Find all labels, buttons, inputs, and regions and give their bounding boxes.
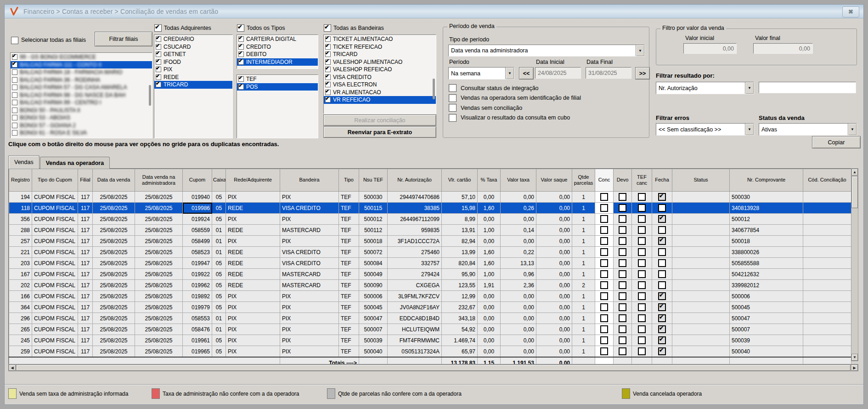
cell-qtde[interactable]: 2 (572, 280, 595, 291)
column-header-caixa[interactable]: Caixa (212, 169, 226, 192)
fecha-checkbox[interactable] (658, 292, 666, 300)
cell-autorizacao[interactable]: FMT4FRMWMC (388, 335, 442, 346)
cell-devo[interactable] (614, 280, 632, 291)
cell-bandeira[interactable]: PIX (280, 214, 339, 225)
fecha-checkbox[interactable] (658, 336, 666, 344)
cell-vlr[interactable]: 13,91 (442, 225, 478, 236)
filtrar-filiais-button[interactable]: Filtrar filiais (95, 32, 152, 46)
cell-cod[interactable] (803, 280, 851, 291)
cell-conc[interactable] (595, 258, 614, 269)
cell-comprovante[interactable]: 500047 (730, 313, 803, 324)
table-row[interactable]: 245CUPOM FISCAL11725/08/202525/08/202501… (9, 335, 851, 346)
cell-taxa[interactable]: 1,91 (478, 280, 501, 291)
fecha-checkbox[interactable] (658, 325, 666, 333)
cell-fecha[interactable] (652, 225, 672, 236)
cell-status[interactable] (672, 291, 730, 302)
devo-checkbox[interactable] (619, 248, 626, 256)
cell-status[interactable] (672, 324, 730, 335)
cell-data_venda[interactable]: 25/08/2025 (93, 247, 135, 258)
cell-caixa[interactable]: 01 (212, 236, 226, 247)
cell-valor_taxa[interactable]: 0,00 (501, 313, 536, 324)
devo-checkbox[interactable] (619, 281, 626, 289)
table-row[interactable]: 356CUPOM FISCAL11725/08/202525/08/202501… (9, 214, 851, 225)
cell-tipo_cupom[interactable]: CUPOM FISCAL (32, 225, 78, 236)
cell-fecha[interactable] (652, 269, 672, 280)
cell-cupom[interactable]: 019962 (183, 280, 212, 291)
cell-tipo_cupom[interactable]: CUPOM FISCAL (32, 269, 78, 280)
cell-fecha[interactable] (652, 302, 672, 313)
column-header-nsu[interactable]: Nsu TEF (359, 169, 388, 192)
cell-fecha[interactable] (652, 192, 672, 203)
item-checkbox[interactable] (12, 62, 17, 68)
cell-filial[interactable]: 117 (78, 236, 93, 247)
cell-registro[interactable]: 257 (9, 236, 32, 247)
cell-status[interactable] (672, 280, 730, 291)
cell-data_venda[interactable]: 25/08/2025 (93, 291, 135, 302)
conc-checkbox[interactable] (600, 292, 608, 300)
cell-fecha[interactable] (652, 291, 672, 302)
devo-checkbox[interactable] (619, 204, 626, 212)
list-item[interactable]: BALCAO FARMA 98 - DG NASCE DA BAH (11, 91, 152, 99)
cell-taxa[interactable]: 0,00 (478, 291, 501, 302)
item-checkbox[interactable] (238, 36, 244, 42)
cell-valor_taxa[interactable]: 0,00 (501, 346, 536, 358)
cell-bandeira[interactable]: VISA CREDITO (280, 203, 339, 214)
cell-fecha[interactable] (652, 346, 672, 358)
item-checkbox[interactable] (238, 76, 244, 82)
table-row[interactable]: 257CUPOM FISCAL11725/08/202525/08/202505… (9, 236, 851, 247)
cell-valor_taxa[interactable]: 0,00 (501, 214, 536, 225)
list-item[interactable]: DEBITO (237, 51, 318, 58)
tef_canc-checkbox[interactable] (638, 281, 646, 289)
table-row[interactable]: 203CUPOM FISCAL11725/08/202525/08/202501… (9, 258, 851, 269)
cell-autorizacao[interactable]: CXGEGA (388, 280, 442, 291)
cell-qtde[interactable]: 1 (572, 225, 595, 236)
cell-status[interactable] (672, 247, 730, 258)
cell-status[interactable] (672, 302, 730, 313)
cell-fecha[interactable] (652, 203, 672, 214)
cell-tipo[interactable]: TEF (339, 225, 359, 236)
cell-comprovante[interactable]: 500012 (730, 214, 803, 225)
conc-checkbox[interactable] (600, 248, 608, 256)
cell-rede[interactable]: PIX (226, 214, 280, 225)
cell-conc[interactable] (595, 236, 614, 247)
cell-qtde[interactable]: 1 (572, 247, 595, 258)
column-header-conc[interactable]: Conc (595, 169, 614, 192)
item-checkbox[interactable] (156, 59, 161, 65)
cell-tipo_cupom[interactable]: CUPOM FISCAL (32, 313, 78, 324)
cell-conc[interactable] (595, 192, 614, 203)
cell-devo[interactable] (614, 291, 632, 302)
cell-data_venda[interactable]: 25/08/2025 (93, 335, 135, 346)
cell-fecha[interactable] (652, 313, 672, 324)
item-checkbox[interactable] (325, 82, 331, 87)
cell-cupom[interactable]: 058523 (183, 247, 212, 258)
bandeiras-listbox[interactable]: TICKET ALIMENTACAOTICKET REFEICAOTRICARD… (323, 34, 436, 114)
cell-nsu[interactable]: 500115 (359, 203, 388, 214)
cell-comprovante[interactable]: 500039 (730, 335, 803, 346)
scroll-up-icon[interactable]: ▲ (851, 169, 858, 176)
cell-data_adm[interactable]: 25/08/2025 (135, 324, 183, 335)
item-checkbox[interactable] (12, 54, 17, 60)
item-checkbox[interactable] (156, 36, 161, 42)
cell-taxa[interactable]: 0,00 (478, 236, 501, 247)
cell-valor_taxa[interactable]: 13,13 (501, 258, 536, 269)
tab-vendas-na-operadora[interactable]: Vendas na operadora (40, 157, 110, 169)
cell-conc[interactable] (595, 269, 614, 280)
cell-data_venda[interactable]: 25/08/2025 (93, 192, 135, 203)
cell-rede[interactable]: REDE (226, 203, 280, 214)
item-checkbox[interactable] (325, 67, 331, 72)
cell-data_venda[interactable]: 25/08/2025 (93, 203, 135, 214)
devo-checkbox[interactable] (619, 292, 626, 300)
cell-autorizacao[interactable]: 959835 (388, 225, 442, 236)
cell-autorizacao[interactable]: 279424 (388, 269, 442, 280)
cell-caixa[interactable]: 05 (212, 302, 226, 313)
chevron-down-icon[interactable]: ▼ (848, 124, 857, 135)
todos-os-tipos-checkbox[interactable] (237, 24, 244, 32)
cell-nsu[interactable]: 500072 (359, 247, 388, 258)
conc-checkbox[interactable] (600, 314, 608, 322)
list-item[interactable]: PIX (154, 66, 232, 74)
cell-tef_canc[interactable] (632, 236, 652, 247)
cell-autorizacao[interactable]: 3L9FML7KFZCV (388, 291, 442, 302)
fecha-checkbox[interactable] (658, 303, 666, 311)
cell-rede[interactable]: REDE (226, 280, 280, 291)
adquirentes-listbox[interactable]: CREDIARIOCSUCARDGETNETIFOODPIXREDETRICAR… (154, 34, 233, 138)
